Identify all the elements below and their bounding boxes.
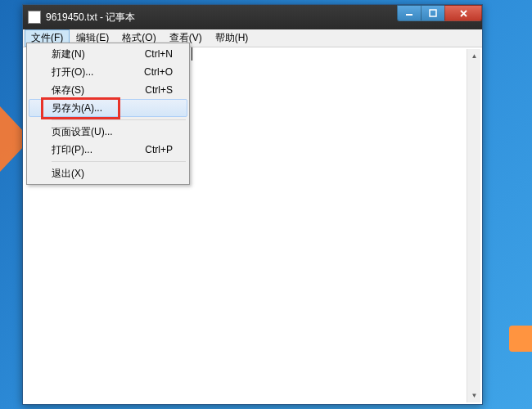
vertical-scrollbar[interactable]: ▲ ▼	[467, 49, 480, 402]
svg-rect-1	[430, 10, 436, 16]
close-button[interactable]	[444, 5, 482, 21]
menu-item-print[interactable]: 打印(P)... Ctrl+P	[29, 141, 187, 159]
menu-item-label: 退出(X)	[52, 167, 84, 181]
menu-item-exit[interactable]: 退出(X)	[29, 164, 187, 182]
window-title: 9619450.txt - 记事本	[46, 11, 135, 25]
menu-item-save[interactable]: 保存(S) Ctrl+S	[29, 81, 187, 99]
minimize-icon	[405, 9, 413, 17]
menu-item-shortcut: Ctrl+P	[145, 144, 173, 155]
scroll-up-icon[interactable]: ▲	[467, 49, 481, 63]
text-caret	[192, 47, 192, 61]
desktop-accent	[0, 106, 25, 172]
menu-help[interactable]: 帮助(H)	[209, 29, 255, 47]
menu-item-new[interactable]: 新建(N) Ctrl+N	[29, 45, 187, 63]
menu-item-label: 打印(P)...	[52, 143, 92, 157]
minimize-button[interactable]	[397, 5, 422, 21]
menu-separator	[52, 161, 186, 162]
maximize-button[interactable]	[421, 5, 445, 21]
menu-item-shortcut: Ctrl+O	[144, 66, 173, 78]
menu-item-open[interactable]: 打开(O)... Ctrl+O	[29, 63, 187, 81]
file-menu-dropdown: 新建(N) Ctrl+N 打开(O)... Ctrl+O 保存(S) Ctrl+…	[26, 43, 190, 185]
menu-item-pagesetup[interactable]: 页面设置(U)...	[29, 123, 187, 141]
maximize-icon	[429, 9, 437, 17]
menu-item-saveas[interactable]: 另存为(A)...	[29, 99, 187, 117]
menu-item-shortcut: Ctrl+S	[145, 84, 173, 96]
svg-rect-0	[406, 14, 413, 16]
menu-separator	[52, 119, 186, 120]
close-icon	[459, 9, 468, 18]
menu-item-label: 保存(S)	[52, 83, 84, 97]
menu-item-label: 新建(N)	[52, 47, 85, 61]
menu-item-shortcut: Ctrl+N	[145, 48, 173, 60]
menu-item-label: 打开(O)...	[52, 65, 93, 79]
app-icon	[28, 11, 41, 24]
scroll-down-icon[interactable]: ▼	[467, 389, 481, 402]
taskbar-widget	[509, 326, 532, 352]
titlebar[interactable]: 9619450.txt - 记事本	[23, 5, 482, 29]
menu-item-label: 另存为(A)...	[52, 101, 102, 115]
menu-item-label: 页面设置(U)...	[52, 125, 113, 139]
window-controls	[398, 5, 482, 21]
